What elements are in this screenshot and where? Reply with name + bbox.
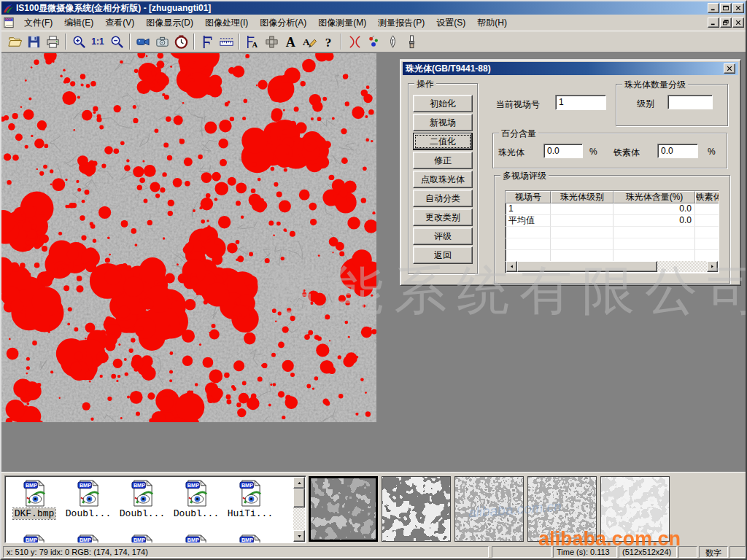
- op-button-8[interactable]: 返回: [413, 246, 473, 264]
- print-tool-button[interactable]: [43, 33, 62, 51]
- title-bar[interactable]: IS100显微摄像系统(金相分析版) - [zhuguangti01]: [1, 1, 746, 15]
- file-item[interactable]: BMPDoubl...: [169, 479, 223, 519]
- dialog-close-button[interactable]: [724, 63, 735, 74]
- thumbnail-0[interactable]: [309, 476, 378, 542]
- close-button[interactable]: [732, 3, 744, 13]
- menu-item-9[interactable]: 帮助(H): [471, 15, 513, 31]
- rating-table[interactable]: 视场号珠光体级别珠光体含量(%)铁素体含量(%) 10.0平均值0.0: [505, 190, 719, 273]
- file-name[interactable]: DKF.bmp: [13, 508, 56, 519]
- file-item[interactable]: BMP: [115, 534, 169, 543]
- pearlite-input[interactable]: 0.0: [543, 144, 583, 158]
- ruler-tool-button[interactable]: [217, 33, 236, 51]
- table-header-cell[interactable]: 铁素体含量(%): [695, 191, 719, 203]
- op-button-6[interactable]: 更改类别: [413, 209, 473, 226]
- file-name[interactable]: Doubl...: [172, 508, 220, 519]
- file-item[interactable]: BMP: [7, 534, 61, 543]
- thumbnail-2[interactable]: [454, 476, 524, 542]
- op-button-7[interactable]: 评级: [413, 228, 473, 245]
- menu-item-7[interactable]: 测量报告(P): [372, 15, 430, 31]
- clock-tool-button[interactable]: [171, 33, 190, 51]
- thumbnail-1[interactable]: [382, 476, 451, 542]
- thumbnail-4[interactable]: [600, 476, 670, 542]
- menu-item-5[interactable]: 图像分析(A): [254, 15, 312, 31]
- file-item[interactable]: BMPDoubl...: [115, 479, 169, 519]
- thumbnail-3[interactable]: [527, 476, 597, 542]
- table-header-cell[interactable]: 珠光体级别: [551, 191, 614, 203]
- file-name[interactable]: HuiTi...: [226, 508, 274, 519]
- annotate-tool-button[interactable]: A: [300, 33, 319, 51]
- bmp-file-icon: BMP: [239, 534, 263, 543]
- file-item[interactable]: BMP: [223, 534, 277, 543]
- scroll-right-button[interactable]: [707, 261, 718, 272]
- minimize-button[interactable]: [708, 3, 719, 13]
- document-icon[interactable]: DOC: [3, 17, 18, 28]
- scroll-left-button[interactable]: [506, 261, 517, 272]
- op-button-3[interactable]: 修正: [413, 152, 473, 169]
- scroll-down-button[interactable]: [293, 530, 305, 542]
- grid-icon: [264, 34, 279, 50]
- file-browser[interactable]: BMPDKF.bmpBMPDoubl...BMPDoubl...BMPDoubl…: [4, 475, 306, 543]
- help-tool-button[interactable]: ?: [319, 33, 338, 51]
- save-tool-button[interactable]: [24, 33, 43, 51]
- ferrite-input[interactable]: 0.0: [657, 144, 698, 158]
- table-row[interactable]: [506, 238, 719, 250]
- table-row[interactable]: [506, 250, 719, 262]
- child-restore-button[interactable]: [720, 18, 732, 28]
- brush-tool-button[interactable]: [402, 33, 421, 51]
- op-button-2[interactable]: 二值化: [413, 133, 473, 150]
- actual-size-tool-button[interactable]: 1:1: [88, 33, 107, 51]
- table-row[interactable]: [506, 227, 719, 238]
- dialog-title-bar[interactable]: 珠光体(GB/T9441-88): [403, 62, 738, 75]
- menu-item-2[interactable]: 查看(V): [99, 15, 140, 31]
- table-hscrollbar[interactable]: [506, 261, 718, 272]
- op-button-0[interactable]: 初始化: [413, 95, 473, 112]
- child-minimize-button[interactable]: [708, 18, 719, 28]
- file-item[interactable]: BMP: [169, 534, 223, 543]
- menu-item-0[interactable]: 文件(F): [18, 15, 58, 31]
- file-name[interactable]: Doubl...: [64, 508, 112, 519]
- table-header-cell[interactable]: 视场号: [506, 191, 551, 203]
- table-row[interactable]: 10.0: [506, 203, 719, 215]
- curve-tool-tool-button[interactable]: [345, 33, 364, 51]
- vscroll-thumb[interactable]: [293, 489, 305, 508]
- grid-tool-button[interactable]: [262, 33, 281, 51]
- table-header-cell[interactable]: 珠光体含量(%): [614, 191, 695, 203]
- count-points-tool-button[interactable]: [364, 33, 383, 51]
- measure-text-tool-button[interactable]: A: [243, 33, 262, 51]
- grade-input[interactable]: [667, 95, 713, 109]
- hscroll-thumb[interactable]: [517, 261, 657, 272]
- pen-tool-button[interactable]: [383, 33, 402, 51]
- video-camera-tool-button[interactable]: [133, 33, 152, 51]
- bmp-file-icon: BMP: [23, 534, 47, 543]
- file-item[interactable]: BMP: [61, 534, 115, 543]
- open-folder-icon: [7, 34, 23, 50]
- menu-item-8[interactable]: 设置(S): [430, 15, 471, 31]
- file-name[interactable]: Doubl...: [118, 508, 166, 519]
- scroll-up-button[interactable]: [293, 477, 305, 489]
- menu-item-4[interactable]: 图像处理(I): [199, 15, 254, 31]
- file-item[interactable]: BMPDoubl...: [61, 479, 115, 519]
- caliper-tool-button[interactable]: [198, 33, 217, 51]
- file-item[interactable]: BMPHuiTi...: [223, 479, 277, 519]
- file-item[interactable]: BMPDKF.bmp: [7, 479, 61, 519]
- toolbar-separator: [193, 34, 195, 50]
- table-cell: [695, 238, 719, 250]
- current-view-input[interactable]: 1: [555, 95, 606, 110]
- file-scrollbar[interactable]: [293, 477, 305, 542]
- micrograph-image[interactable]: [1, 53, 376, 422]
- zoom-out-tool-button[interactable]: [107, 33, 126, 51]
- table-cell: [506, 238, 551, 250]
- text-tool-button[interactable]: A: [281, 33, 300, 51]
- maximize-button[interactable]: [720, 3, 732, 13]
- menu-item-1[interactable]: 编辑(E): [58, 15, 99, 31]
- camera-tool-button[interactable]: [152, 33, 171, 51]
- op-button-4[interactable]: 点取珠光体: [413, 171, 473, 188]
- op-button-1[interactable]: 新视场: [413, 114, 473, 131]
- open-folder-tool-button[interactable]: [5, 33, 24, 51]
- op-button-5[interactable]: 自动分类: [413, 190, 473, 207]
- zoom-in-tool-button[interactable]: [69, 33, 88, 51]
- child-close-button[interactable]: [732, 18, 744, 28]
- menu-item-3[interactable]: 图像显示(D): [140, 15, 199, 31]
- menu-item-6[interactable]: 图像测量(M): [312, 15, 372, 31]
- table-row[interactable]: 平均值0.0: [506, 215, 719, 227]
